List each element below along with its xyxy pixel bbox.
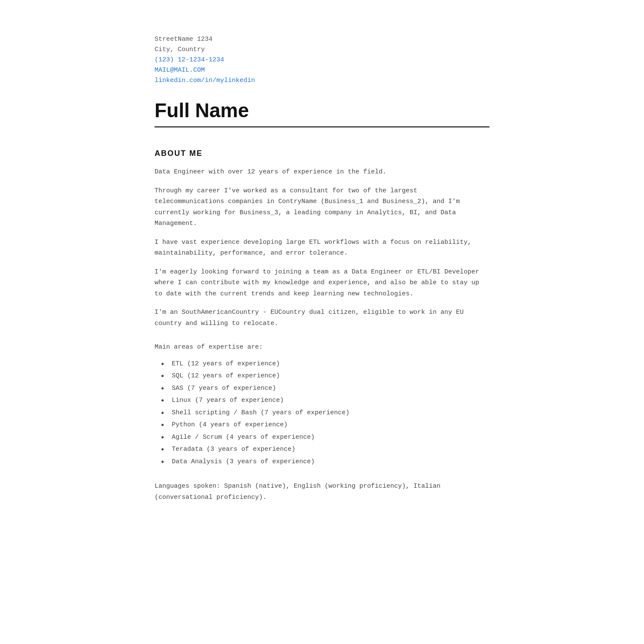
name-divider [155,126,489,128]
about-paragraph-5: I'm an SouthAmericanCountry - EUCountry … [155,307,489,329]
list-item: ETL (12 years of experience) [163,358,489,371]
list-item: Linux (7 years of experience) [163,395,489,407]
list-item: SAS (7 years of experience) [163,383,489,395]
expertise-list: ETL (12 years of experience) SQL (12 yea… [155,358,489,468]
full-name-heading: Full Name [155,99,489,122]
linkedin-link[interactable]: linkedin.com/in/mylinkedin [155,76,489,86]
about-paragraph-3: I have vast experience developing large … [155,237,489,259]
street-address: StreetName 1234 [155,34,489,45]
about-paragraph-2: Through my career I've worked as a consu… [155,185,489,229]
contact-info: StreetName 1234 City, Country (123) 12-1… [155,34,489,86]
resume-page: StreetName 1234 City, Country (123) 12-1… [129,0,515,644]
about-paragraph-1: Data Engineer with over 12 years of expe… [155,167,489,178]
list-item: SQL (12 years of experience) [163,370,489,383]
list-item: Data Analysis (3 years of experience) [163,456,489,468]
languages-text: Languages spoken: Spanish (native), Engl… [155,481,489,503]
list-item: Teradata (3 years of experience) [163,444,489,456]
about-section-title: ABOUT ME [155,149,489,158]
expertise-intro: Main areas of expertise are: [155,342,489,353]
about-section: ABOUT ME Data Engineer with over 12 year… [155,149,489,503]
about-paragraph-4: I'm eagerly looking forward to joining a… [155,267,489,300]
list-item: Agile / Scrum (4 years of experience) [163,431,489,444]
languages-section: Languages spoken: Spanish (native), Engl… [155,481,489,503]
phone-link[interactable]: (123) 12-1234-1234 [155,55,489,65]
city-country: City, Country [155,45,489,55]
email-link[interactable]: MAIL@MAIL.COM [155,65,489,76]
list-item: Shell scripting / Bash (7 years of exper… [163,407,489,419]
list-item: Python (4 years of experience) [163,419,489,431]
